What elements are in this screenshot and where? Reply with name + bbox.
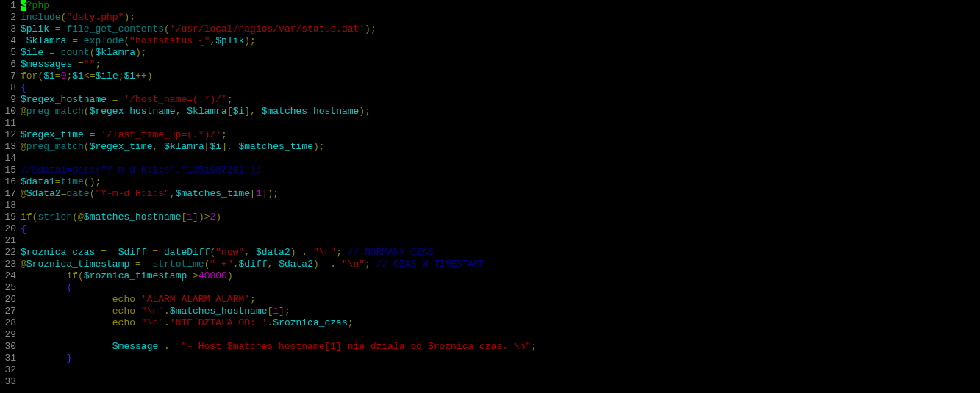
line-number: 25 bbox=[0, 282, 21, 294]
token-op: if( bbox=[21, 270, 84, 281]
code-line[interactable]: 14 bbox=[0, 153, 980, 165]
code-line[interactable]: 33 bbox=[0, 376, 980, 388]
token-var: $regex_time bbox=[21, 129, 90, 140]
code-content[interactable]: $regex_time = '/last_time_up=(.*)/'; bbox=[21, 129, 227, 141]
token-op: . bbox=[164, 306, 170, 317]
code-content[interactable]: echo 'ALARM ALARM ALARM'; bbox=[21, 294, 256, 306]
token-op: ( bbox=[84, 141, 90, 152]
code-content[interactable]: } bbox=[21, 353, 72, 364]
code-line[interactable]: 6$messages =""; bbox=[0, 59, 980, 71]
code-line[interactable]: 30 $message .= "- Host $matches_hostname… bbox=[0, 341, 980, 353]
token-op: (@ bbox=[72, 212, 84, 223]
token-op: ; bbox=[531, 341, 537, 352]
code-editor[interactable]: 1<?php2include("daty.php");3$plik = file… bbox=[0, 0, 980, 388]
token-op: ); bbox=[135, 47, 147, 58]
code-content[interactable]: $ile = count($klamra); bbox=[21, 47, 147, 59]
code-line[interactable]: 9$regex_hostname = '/host_name=(.*)/'; bbox=[0, 94, 980, 106]
token-op: <= bbox=[84, 71, 96, 82]
code-content[interactable]: $messages =""; bbox=[21, 59, 101, 71]
code-content[interactable]: { bbox=[21, 82, 26, 94]
token-kw: date bbox=[66, 188, 89, 199]
code-content[interactable]: @preg_match($regex_hostname, $klamra[$i]… bbox=[21, 106, 371, 118]
code-content[interactable]: $data1=time(); bbox=[21, 176, 101, 188]
token-op: > bbox=[193, 270, 198, 281]
code-line[interactable]: 28 echo "\n".'NIE DZIALA OD: '.$roznica_… bbox=[0, 317, 980, 329]
code-content[interactable]: echo "\n".$matches_hostname[1]; bbox=[21, 306, 290, 317]
line-number: 28 bbox=[0, 317, 21, 329]
code-line[interactable]: 13@preg_match($regex_time, $klamra[$i], … bbox=[0, 141, 980, 153]
token-str: "" bbox=[84, 59, 96, 70]
line-number: 11 bbox=[0, 118, 21, 129]
code-content[interactable]: include("daty.php"); bbox=[21, 12, 135, 24]
token-var: $plik bbox=[215, 35, 244, 46]
code-content[interactable]: $klamra = explode("hoststatus {",$plik); bbox=[21, 35, 256, 47]
code-content[interactable]: if($roznica_timestamp >40000) bbox=[21, 270, 233, 282]
code-line[interactable]: 16$data1=time(); bbox=[0, 176, 980, 188]
code-content[interactable]: { bbox=[21, 223, 26, 235]
token-op: @ bbox=[21, 259, 26, 270]
token-op: ; bbox=[365, 259, 376, 270]
token-str: '/last_time_up=(.*)/' bbox=[101, 129, 221, 140]
token-op: = bbox=[112, 94, 124, 105]
token-op: ); bbox=[124, 12, 135, 23]
code-line[interactable]: 31 } bbox=[0, 353, 980, 364]
code-content[interactable]: if(strlen(@$matches_hostname[1])>2) bbox=[21, 212, 221, 223]
code-line[interactable]: 27 echo "\n".$matches_hostname[1]; bbox=[0, 306, 980, 317]
code-line[interactable]: 25 { bbox=[0, 282, 980, 294]
code-content[interactable]: @$data2=date("Y-m-d H:i:s",$matches_time… bbox=[21, 188, 279, 200]
code-line[interactable]: 7for($i=0;$i<=$ile;$i++) bbox=[0, 71, 980, 82]
code-content[interactable]: echo "\n".'NIE DZIALA OD: '.$roznica_cza… bbox=[21, 317, 354, 329]
code-line[interactable]: 19if(strlen(@$matches_hostname[1])>2) bbox=[0, 212, 980, 223]
code-line[interactable]: 4 $klamra = explode("hoststatus {",$plik… bbox=[0, 35, 980, 47]
line-number: 6 bbox=[0, 59, 21, 71]
line-number: 8 bbox=[0, 82, 21, 94]
code-content[interactable]: <?php bbox=[21, 0, 49, 12]
token-op: ( bbox=[84, 106, 90, 117]
code-line[interactable]: 23@$roznica_timestamp = strtotime(" +".$… bbox=[0, 259, 980, 270]
token-var: $regex_time bbox=[90, 141, 153, 152]
code-content[interactable]: $message .= "- Host $matches_hostname[1]… bbox=[21, 341, 537, 353]
code-line[interactable]: 3$plik = file_get_contents('/usr/local/n… bbox=[0, 24, 980, 35]
code-content[interactable]: @preg_match($regex_time, $klamra[$i], $m… bbox=[21, 141, 325, 153]
code-line[interactable]: 17@$data2=date("Y-m-d H:i:s",$matches_ti… bbox=[0, 188, 980, 200]
code-line[interactable]: 15//$data1=date("Y-m-d H:i:s","135108720… bbox=[0, 165, 980, 176]
line-number: 16 bbox=[0, 176, 21, 188]
code-line[interactable]: 26 echo 'ALARM ALARM ALARM'; bbox=[0, 294, 980, 306]
code-line[interactable]: 10@preg_match($regex_hostname, $klamra[$… bbox=[0, 106, 980, 118]
code-line[interactable]: 11 bbox=[0, 118, 980, 129]
code-content[interactable]: { bbox=[21, 282, 72, 294]
token-op: [ bbox=[204, 141, 210, 152]
line-number: 31 bbox=[0, 353, 21, 364]
token-brace: { bbox=[21, 223, 26, 234]
code-line[interactable]: 22$roznica_czas = $diff = dateDiff("now"… bbox=[0, 247, 980, 259]
token-op: ; bbox=[348, 317, 354, 328]
code-line[interactable]: 1<?php bbox=[0, 0, 980, 12]
code-line[interactable]: 20{ bbox=[0, 223, 980, 235]
line-number: 14 bbox=[0, 153, 21, 165]
code-line[interactable]: 32 bbox=[0, 364, 980, 376]
code-content[interactable]: $roznica_czas = $diff = dateDiff("now", … bbox=[21, 247, 434, 259]
token-op: ], bbox=[221, 141, 238, 152]
token-kw: count bbox=[61, 47, 90, 58]
code-content[interactable]: $regex_hostname = '/host_name=(.*)/'; bbox=[21, 94, 233, 106]
code-content[interactable]: @$roznica_timestamp = strtotime(" +".$di… bbox=[21, 259, 485, 270]
token-op: , bbox=[268, 259, 279, 270]
token-kw: time bbox=[61, 176, 84, 187]
code-line[interactable]: 2include("daty.php"); bbox=[0, 12, 980, 24]
code-content[interactable]: $plik = file_get_contents('/usr/local/na… bbox=[21, 24, 376, 35]
token-cursor: < bbox=[21, 0, 26, 11]
code-line[interactable]: 21 bbox=[0, 235, 980, 247]
token-op: ); bbox=[359, 106, 371, 117]
token-op: = bbox=[72, 35, 84, 46]
code-content[interactable]: //$data1=date("Y-m-d H:i:s","1351087201"… bbox=[21, 165, 262, 176]
token-op: , bbox=[170, 188, 176, 199]
token-op: = bbox=[55, 24, 67, 35]
code-line[interactable]: 5$ile = count($klamra); bbox=[0, 47, 980, 59]
code-line[interactable]: 24 if($roznica_timestamp >40000) bbox=[0, 270, 980, 282]
token-brace: { bbox=[21, 282, 72, 293]
code-content[interactable]: for($i=0;$i<=$ile;$i++) bbox=[21, 71, 153, 82]
code-line[interactable]: 18 bbox=[0, 200, 980, 212]
code-line[interactable]: 29 bbox=[0, 329, 980, 341]
code-line[interactable]: 8{ bbox=[0, 82, 980, 94]
code-line[interactable]: 12$regex_time = '/last_time_up=(.*)/'; bbox=[0, 129, 980, 141]
